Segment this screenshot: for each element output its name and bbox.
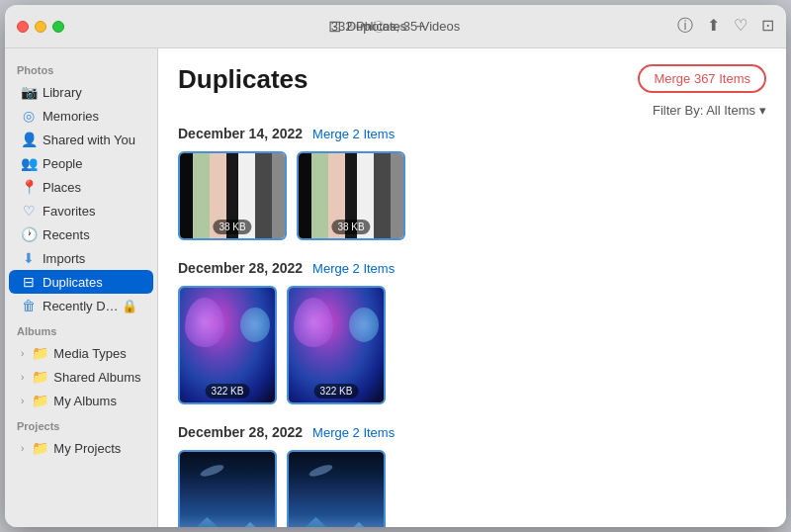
sidebar-item-people[interactable]: 👥 People [9, 151, 153, 175]
my-projects-icon: 📁 [32, 440, 47, 456]
fullscreen-button[interactable] [52, 21, 64, 33]
sidebar-label-people: People [43, 156, 82, 171]
memories-icon: ◎ [21, 108, 37, 124]
sidebar-label-favorites: Favorites [43, 204, 95, 219]
sidebar-label-my-projects: My Projects [53, 441, 121, 456]
duplicate-group-2: December 28, 2022 Merge 2 Items 322 KB [178, 260, 766, 404]
group-header-1: December 14, 2022 Merge 2 Items [178, 126, 766, 141]
photos-section-label: Photos [5, 56, 157, 80]
merge-button-2[interactable]: Merge 2 Items [312, 261, 395, 276]
sidebar-label-shared-albums: Shared Albums [53, 370, 140, 385]
sidebar-item-duplicates[interactable]: ⊟ Duplicates [9, 270, 153, 294]
sidebar-label-duplicates: Duplicates [43, 275, 103, 290]
sidebar-label-imports: Imports [43, 251, 85, 266]
titlebar-actions: ⓘ ⬆ ♡ ⊡ [677, 16, 774, 37]
content-scroll[interactable]: December 14, 2022 Merge 2 Items 38 KB 38… [158, 126, 786, 527]
sidebar-item-media-types[interactable]: › 📁 Media Types [9, 341, 153, 365]
merge-all-button[interactable]: Merge 367 Items [638, 64, 766, 93]
projects-section-label: Projects [5, 412, 157, 436]
my-albums-icon: 📁 [32, 393, 47, 408]
recents-icon: 🕐 [21, 226, 37, 242]
photo-size-4: 322 KB [314, 384, 359, 399]
filter-row: Filter By: All Items ▾ [158, 103, 786, 126]
page-title: Duplicates [178, 64, 308, 95]
group-header-2: December 28, 2022 Merge 2 Items [178, 260, 766, 276]
sidebar-label-my-albums: My Albums [53, 394, 117, 408]
info-icon[interactable]: ⓘ [677, 16, 693, 37]
sidebar-item-favorites[interactable]: ♡ Favorites [9, 199, 153, 222]
sidebar-item-recently-deleted[interactable]: 🗑 Recently D… 🔒 [9, 294, 153, 317]
chevron-right-icon: › [21, 348, 24, 359]
sidebar-label-memories: Memories [43, 109, 99, 124]
filter-label: Filter By: All Items [653, 103, 755, 118]
group-photos-2: 322 KB 322 KB [178, 286, 766, 404]
shared-albums-icon: 📁 [32, 369, 47, 385]
close-button[interactable] [17, 21, 29, 33]
minimize-button[interactable] [35, 21, 46, 33]
chevron-right-icon-4: › [21, 443, 24, 454]
duplicate-group-1: December 14, 2022 Merge 2 Items 38 KB 38… [178, 126, 766, 240]
merge-button-3[interactable]: Merge 2 Items [312, 425, 395, 440]
sidebar-item-memories[interactable]: ◎ Memories [9, 104, 153, 128]
sidebar-label-recents: Recents [43, 227, 90, 242]
trash-icon: 🗑 [21, 298, 37, 313]
media-types-icon: 📁 [32, 345, 47, 361]
sidebar-label-shared: Shared with You [43, 133, 135, 147]
sidebar-item-my-projects[interactable]: › 📁 My Projects [9, 436, 153, 460]
main-area: Photos 📷 Library ◎ Memories 👤 Shared wit… [5, 48, 786, 527]
chevron-right-icon-3: › [21, 396, 24, 406]
duplicate-group-3: December 28, 2022 Merge 2 Items [178, 424, 766, 527]
titlebar: ⊡ + Duplicates 332 Photos, 35 Videos ⓘ ⬆… [5, 5, 786, 48]
sidebar-item-shared-with-you[interactable]: 👤 Shared with You [9, 128, 153, 151]
photo-item-2[interactable]: 38 KB [297, 151, 405, 240]
sidebar-item-shared-albums[interactable]: › 📁 Shared Albums [9, 365, 153, 389]
photo-item-1[interactable]: 38 KB [178, 151, 287, 240]
sidebar-item-recents[interactable]: 🕐 Recents [9, 222, 153, 246]
photo-item-4[interactable]: 322 KB [287, 286, 386, 404]
library-icon: 📷 [21, 84, 37, 100]
sidebar-item-places[interactable]: 📍 Places [9, 175, 153, 199]
app-window: ⊡ + Duplicates 332 Photos, 35 Videos ⓘ ⬆… [5, 5, 786, 527]
places-icon: 📍 [21, 179, 37, 195]
group-photos-1: 38 KB 38 KB [178, 151, 766, 240]
albums-section-label: Albums [5, 317, 157, 341]
photo-video-count: 332 Photos, 35 Videos [331, 19, 461, 34]
group-photos-3 [178, 450, 766, 527]
sidebar-item-imports[interactable]: ⬇ Imports [9, 246, 153, 270]
photo-item-3[interactable]: 322 KB [178, 286, 277, 404]
sidebar-label-library: Library [43, 85, 82, 100]
photo-size-1: 38 KB [213, 220, 251, 234]
filter-button[interactable]: Filter By: All Items ▾ [653, 103, 766, 118]
group-date-3: December 28, 2022 [178, 424, 303, 440]
photo-item-5[interactable] [178, 450, 277, 527]
content-area: Duplicates Merge 367 Items Filter By: Al… [158, 48, 786, 527]
photo-size-2: 38 KB [331, 220, 370, 234]
photo-size-3: 322 KB [206, 384, 250, 399]
merge-button-1[interactable]: Merge 2 Items [312, 127, 395, 141]
duplicates-icon: ⊟ [21, 274, 37, 290]
sidebar: Photos 📷 Library ◎ Memories 👤 Shared wit… [5, 48, 158, 527]
chevron-down-icon: ▾ [759, 103, 766, 118]
sidebar-label-recently-deleted: Recently D… 🔒 [43, 299, 137, 313]
sidebar-label-places: Places [43, 180, 81, 195]
shared-icon: 👤 [21, 132, 37, 147]
heart-icon[interactable]: ♡ [734, 16, 747, 37]
sidebar-item-my-albums[interactable]: › 📁 My Albums [9, 389, 153, 412]
sidebar-item-library[interactable]: 📷 Library [9, 80, 153, 104]
people-icon: 👥 [21, 155, 37, 171]
group-header-3: December 28, 2022 Merge 2 Items [178, 424, 766, 440]
chevron-right-icon-2: › [21, 372, 24, 383]
crop-icon[interactable]: ⊡ [761, 16, 774, 37]
photo-item-6[interactable] [287, 450, 386, 527]
content-header: Duplicates Merge 367 Items [158, 48, 786, 103]
group-date-2: December 28, 2022 [178, 260, 303, 276]
share-icon[interactable]: ⬆ [707, 16, 720, 37]
imports-icon: ⬇ [21, 250, 37, 266]
favorites-icon: ♡ [21, 203, 37, 219]
group-date-1: December 14, 2022 [178, 126, 303, 141]
sidebar-label-media-types: Media Types [53, 346, 126, 361]
traffic-lights [17, 21, 64, 33]
